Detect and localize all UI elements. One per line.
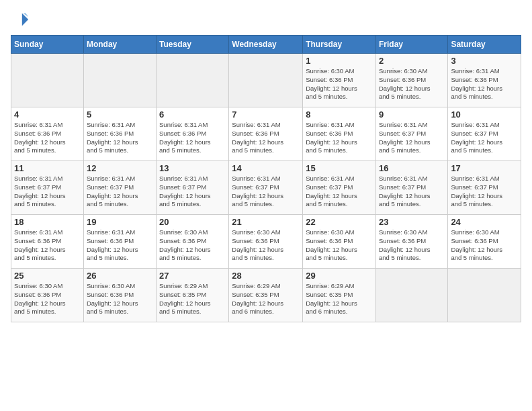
day-number: 14 (232, 163, 300, 173)
day-info: Sunrise: 6:29 AMSunset: 6:35 PMDaylight:… (159, 282, 226, 316)
day-info: Sunrise: 6:30 AMSunset: 6:36 PMDaylight:… (379, 228, 445, 263)
calendar-cell: 19Sunrise: 6:31 AMSunset: 6:36 PMDayligh… (83, 215, 156, 269)
day-number: 27 (159, 271, 226, 281)
day-info: Sunrise: 6:31 AMSunset: 6:36 PMDaylight:… (14, 121, 81, 155)
day-number: 4 (14, 109, 81, 120)
day-info: Sunrise: 6:31 AMSunset: 6:36 PMDaylight:… (87, 228, 153, 263)
day-number: 11 (14, 163, 81, 173)
calendar-cell (157, 54, 229, 107)
day-info: Sunrise: 6:31 AMSunset: 6:37 PMDaylight:… (159, 175, 226, 209)
calendar-week-row: 11Sunrise: 6:31 AMSunset: 6:37 PMDayligh… (11, 161, 521, 215)
day-info: Sunrise: 6:31 AMSunset: 6:36 PMDaylight:… (14, 228, 81, 263)
calendar-week-row: 4Sunrise: 6:31 AMSunset: 6:36 PMDaylight… (11, 107, 521, 161)
day-number: 13 (159, 163, 226, 173)
day-number: 8 (306, 109, 373, 120)
calendar-week-row: 1Sunrise: 6:30 AMSunset: 6:36 PMDaylight… (11, 54, 521, 107)
calendar-cell (83, 54, 156, 107)
calendar-cell: 6Sunrise: 6:31 AMSunset: 6:36 PMDaylight… (157, 107, 229, 161)
day-number: 12 (87, 163, 153, 173)
header-day: Monday (83, 36, 156, 54)
day-number: 18 (14, 217, 81, 227)
day-info: Sunrise: 6:31 AMSunset: 6:37 PMDaylight:… (451, 121, 518, 155)
day-number: 20 (159, 217, 226, 227)
day-info: Sunrise: 6:31 AMSunset: 6:37 PMDaylight:… (379, 175, 445, 209)
calendar-cell (229, 54, 303, 107)
calendar-cell: 1Sunrise: 6:30 AMSunset: 6:36 PMDaylight… (303, 54, 376, 107)
day-info: Sunrise: 6:30 AMSunset: 6:36 PMDaylight:… (306, 67, 373, 101)
calendar-cell: 20Sunrise: 6:30 AMSunset: 6:36 PMDayligh… (157, 215, 229, 269)
day-number: 17 (451, 163, 518, 173)
day-number: 7 (232, 109, 300, 120)
calendar-cell: 3Sunrise: 6:31 AMSunset: 6:36 PMDaylight… (448, 54, 521, 107)
day-number: 29 (306, 271, 373, 281)
day-info: Sunrise: 6:31 AMSunset: 6:37 PMDaylight:… (451, 175, 518, 209)
day-number: 16 (379, 163, 445, 173)
calendar-cell: 9Sunrise: 6:31 AMSunset: 6:37 PMDaylight… (375, 107, 447, 161)
day-number: 5 (87, 109, 153, 120)
calendar-cell: 15Sunrise: 6:31 AMSunset: 6:37 PMDayligh… (303, 161, 376, 215)
day-info: Sunrise: 6:31 AMSunset: 6:36 PMDaylight:… (159, 121, 226, 155)
day-number: 19 (87, 217, 153, 227)
header-day: Sunday (11, 36, 84, 54)
day-number: 2 (379, 56, 445, 66)
day-number: 10 (451, 109, 518, 120)
calendar-cell: 13Sunrise: 6:31 AMSunset: 6:37 PMDayligh… (157, 161, 229, 215)
calendar-table: SundayMondayTuesdayWednesdayThursdayFrid… (11, 35, 521, 322)
calendar-cell: 8Sunrise: 6:31 AMSunset: 6:36 PMDaylight… (303, 107, 376, 161)
day-number: 25 (14, 271, 81, 281)
calendar-cell: 25Sunrise: 6:30 AMSunset: 6:36 PMDayligh… (11, 269, 84, 322)
day-info: Sunrise: 6:30 AMSunset: 6:36 PMDaylight:… (87, 282, 153, 316)
day-info: Sunrise: 6:31 AMSunset: 6:37 PMDaylight:… (232, 175, 300, 209)
day-info: Sunrise: 6:31 AMSunset: 6:37 PMDaylight:… (379, 121, 445, 155)
calendar-cell: 18Sunrise: 6:31 AMSunset: 6:36 PMDayligh… (11, 215, 84, 269)
calendar-cell: 11Sunrise: 6:31 AMSunset: 6:37 PMDayligh… (11, 161, 84, 215)
calendar-cell (11, 54, 84, 107)
calendar-cell: 21Sunrise: 6:30 AMSunset: 6:36 PMDayligh… (229, 215, 303, 269)
calendar-body: 1Sunrise: 6:30 AMSunset: 6:36 PMDaylight… (11, 54, 521, 322)
day-info: Sunrise: 6:30 AMSunset: 6:36 PMDaylight:… (159, 228, 226, 263)
day-info: Sunrise: 6:30 AMSunset: 6:36 PMDaylight:… (451, 228, 518, 263)
header-day: Friday (375, 36, 447, 54)
header-day: Wednesday (229, 36, 303, 54)
calendar-cell: 7Sunrise: 6:31 AMSunset: 6:36 PMDaylight… (229, 107, 303, 161)
day-info: Sunrise: 6:31 AMSunset: 6:36 PMDaylight:… (306, 121, 373, 155)
calendar-cell: 10Sunrise: 6:31 AMSunset: 6:37 PMDayligh… (448, 107, 521, 161)
day-number: 26 (87, 271, 153, 281)
day-number: 23 (379, 217, 445, 227)
day-number: 22 (306, 217, 373, 227)
calendar-cell: 14Sunrise: 6:31 AMSunset: 6:37 PMDayligh… (229, 161, 303, 215)
day-info: Sunrise: 6:31 AMSunset: 6:37 PMDaylight:… (306, 175, 373, 209)
calendar-cell: 29Sunrise: 6:29 AMSunset: 6:35 PMDayligh… (303, 269, 376, 322)
calendar-cell: 2Sunrise: 6:30 AMSunset: 6:36 PMDaylight… (375, 54, 447, 107)
day-info: Sunrise: 6:30 AMSunset: 6:36 PMDaylight:… (306, 228, 373, 263)
day-info: Sunrise: 6:29 AMSunset: 6:35 PMDaylight:… (232, 282, 300, 316)
header-row: SundayMondayTuesdayWednesdayThursdayFrid… (11, 36, 521, 54)
day-info: Sunrise: 6:29 AMSunset: 6:35 PMDaylight:… (306, 282, 373, 316)
header-day: Saturday (448, 36, 521, 54)
calendar-cell: 4Sunrise: 6:31 AMSunset: 6:36 PMDaylight… (11, 107, 84, 161)
header-day: Tuesday (157, 36, 229, 54)
calendar-cell: 16Sunrise: 6:31 AMSunset: 6:37 PMDayligh… (375, 161, 447, 215)
calendar-cell: 17Sunrise: 6:31 AMSunset: 6:37 PMDayligh… (448, 161, 521, 215)
calendar-header: SundayMondayTuesdayWednesdayThursdayFrid… (11, 36, 521, 54)
calendar-cell (448, 269, 521, 322)
calendar-cell: 24Sunrise: 6:30 AMSunset: 6:36 PMDayligh… (448, 215, 521, 269)
svg-marker-0 (22, 13, 28, 26)
day-info: Sunrise: 6:31 AMSunset: 6:36 PMDaylight:… (87, 121, 153, 155)
calendar-cell: 26Sunrise: 6:30 AMSunset: 6:36 PMDayligh… (83, 269, 156, 322)
calendar-cell (375, 269, 447, 322)
day-number: 28 (232, 271, 300, 281)
day-number: 15 (306, 163, 373, 173)
day-number: 9 (379, 109, 445, 120)
day-info: Sunrise: 6:31 AMSunset: 6:36 PMDaylight:… (451, 67, 518, 101)
logo (11, 11, 32, 30)
calendar-cell: 12Sunrise: 6:31 AMSunset: 6:37 PMDayligh… (83, 161, 156, 215)
header-day: Thursday (303, 36, 376, 54)
day-number: 3 (451, 56, 518, 66)
calendar-cell: 22Sunrise: 6:30 AMSunset: 6:36 PMDayligh… (303, 215, 376, 269)
day-info: Sunrise: 6:31 AMSunset: 6:37 PMDaylight:… (87, 175, 153, 209)
day-number: 21 (232, 217, 300, 227)
calendar-cell: 5Sunrise: 6:31 AMSunset: 6:36 PMDaylight… (83, 107, 156, 161)
day-number: 24 (451, 217, 518, 227)
day-info: Sunrise: 6:30 AMSunset: 6:36 PMDaylight:… (14, 282, 81, 316)
